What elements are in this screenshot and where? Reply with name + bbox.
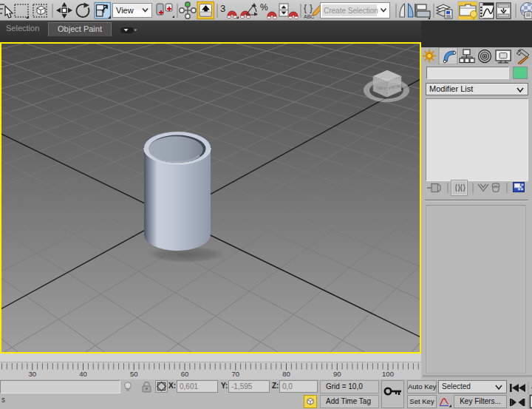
svg-text:%: % [260, 2, 268, 13]
svg-text:30: 30 [29, 370, 37, 378]
svg-text:40: 40 [79, 370, 87, 378]
svg-text:3: 3 [220, 3, 225, 14]
svg-text:50: 50 [130, 370, 138, 378]
svg-text:70: 70 [232, 370, 240, 378]
svg-text:View: View [116, 6, 134, 15]
svg-text:}: } [310, 3, 313, 13]
svg-text:60: 60 [181, 370, 189, 378]
svg-text:80: 80 [282, 370, 290, 378]
svg-text:90: 90 [333, 370, 341, 378]
svg-text:100: 100 [382, 370, 394, 378]
svg-text:{: { [304, 3, 307, 13]
